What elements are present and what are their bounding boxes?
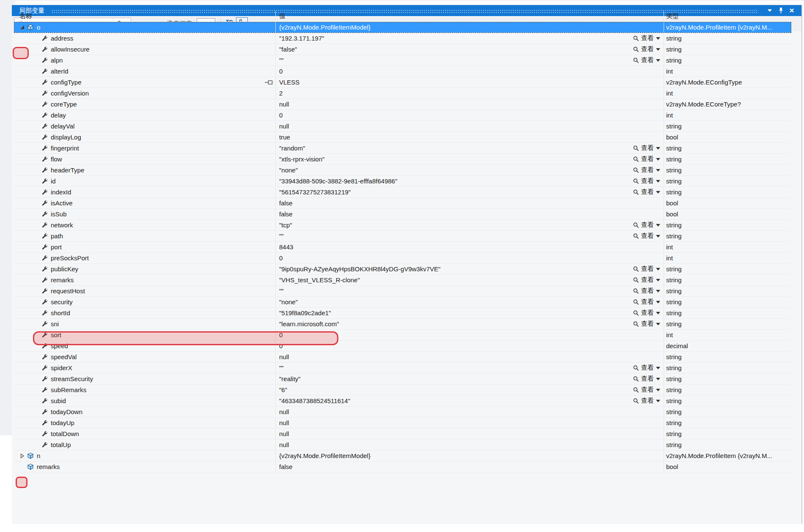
view-dropdown-caret-icon bbox=[656, 191, 660, 194]
table-row[interactable]: subid"4633487388524511614"查看string bbox=[14, 396, 791, 407]
table-row[interactable]: headerType"none"查看string bbox=[14, 165, 791, 176]
table-row[interactable]: allowInsecure"false"查看string bbox=[14, 44, 791, 55]
variable-name: todayUp bbox=[51, 419, 74, 426]
column-header-type[interactable]: 类型 bbox=[664, 11, 791, 22]
view-button[interactable]: 查看 bbox=[633, 386, 660, 394]
name-cell: preSocksPort bbox=[14, 253, 275, 263]
table-row[interactable]: fingerprint"random"查看string bbox=[14, 143, 791, 154]
table-row[interactable]: configTypeVLESSv2rayN.Mode.EConfigType bbox=[14, 77, 791, 88]
table-row[interactable]: speedValnullstring bbox=[14, 352, 791, 363]
property-wrench-icon bbox=[41, 90, 48, 96]
ide-left-gutter bbox=[0, 5, 12, 435]
view-button[interactable]: 查看 bbox=[633, 177, 660, 185]
view-button[interactable]: 查看 bbox=[633, 188, 660, 196]
view-button[interactable]: 查看 bbox=[633, 298, 660, 306]
table-row[interactable]: coreTypenullv2rayN.Mode.ECoreType? bbox=[14, 99, 791, 110]
view-button[interactable]: 查看 bbox=[633, 155, 660, 163]
variable-name: flow bbox=[51, 156, 62, 163]
view-button-label: 查看 bbox=[641, 188, 654, 196]
table-row[interactable]: totalDownnullstring bbox=[14, 428, 791, 439]
value-cell: "learn.microsoft.com"查看 bbox=[275, 319, 664, 329]
view-button[interactable]: 查看 bbox=[633, 34, 660, 42]
property-wrench-icon bbox=[41, 112, 48, 118]
table-row[interactable]: isActivefalsebool bbox=[14, 198, 791, 209]
variable-value: "9ip0spuRy-AZyeAqyHpsBOKXHR8l4yDG-gV9w3k… bbox=[279, 265, 633, 273]
name-cell: network bbox=[14, 220, 275, 230]
name-cell: remarks bbox=[14, 461, 275, 472]
view-button[interactable]: 查看 bbox=[633, 144, 660, 152]
table-row[interactable]: n{v2rayN.Mode.ProfileItemModel}v2rayN.Mo… bbox=[14, 450, 791, 461]
table-row[interactable]: flow"xtls-rprx-vision"查看string bbox=[14, 154, 791, 165]
type-cell: int bbox=[664, 66, 791, 76]
property-wrench-icon bbox=[41, 266, 48, 272]
table-row[interactable]: todayUpnullstring bbox=[14, 417, 791, 428]
view-dropdown-caret-icon bbox=[656, 389, 660, 391]
view-button[interactable]: 查看 bbox=[633, 276, 660, 284]
view-button[interactable]: 查看 bbox=[633, 221, 660, 229]
table-row[interactable]: publicKey"9ip0spuRy-AZyeAqyHpsBOKXHR8l4y… bbox=[14, 264, 791, 275]
view-button-label: 查看 bbox=[641, 375, 654, 383]
column-header-name[interactable]: 名称 bbox=[14, 12, 275, 20]
table-row[interactable]: sni"learn.microsoft.com"查看string bbox=[14, 319, 791, 330]
view-button[interactable]: 查看 bbox=[633, 265, 660, 273]
variable-value: "none" bbox=[279, 298, 633, 306]
variable-value: "reality" bbox=[279, 375, 633, 382]
table-row[interactable]: isSubfalsebool bbox=[14, 209, 791, 220]
view-button[interactable]: 查看 bbox=[633, 364, 660, 372]
column-header-value[interactable]: 值 bbox=[275, 11, 664, 22]
type-cell: bool bbox=[664, 198, 791, 208]
table-row[interactable]: alterId0int bbox=[14, 66, 791, 77]
collapse-expander-icon[interactable] bbox=[17, 25, 27, 29]
value-cell: null bbox=[275, 407, 664, 417]
variable-name: alpn bbox=[51, 57, 63, 64]
type-cell: string bbox=[664, 385, 791, 395]
table-row[interactable]: port8443int bbox=[14, 242, 791, 253]
variable-name: preSocksPort bbox=[51, 254, 89, 262]
value-cell: "4633487388524511614"查看 bbox=[275, 396, 664, 406]
view-button[interactable]: 查看 bbox=[633, 232, 660, 240]
table-row[interactable]: spiderX""查看string bbox=[14, 363, 791, 374]
table-row[interactable]: path""查看string bbox=[14, 231, 791, 242]
type-cell: decimal bbox=[664, 341, 791, 351]
view-button[interactable]: 查看 bbox=[633, 287, 660, 295]
table-row[interactable]: preSocksPort0int bbox=[14, 253, 791, 264]
view-button[interactable]: 查看 bbox=[633, 166, 660, 174]
expand-expander-icon[interactable] bbox=[17, 453, 27, 458]
name-cell: configType bbox=[14, 77, 275, 87]
table-row[interactable]: indexId"5615473275273831219"查看string bbox=[14, 187, 791, 198]
table-row[interactable]: remarksfalsebool bbox=[14, 461, 791, 472]
table-row[interactable]: shortId"519f8a09c2ade1"查看string bbox=[14, 308, 791, 319]
table-row[interactable]: configVersion2int bbox=[14, 88, 791, 99]
magnifier-icon bbox=[633, 266, 639, 272]
table-row[interactable]: requestHost""查看string bbox=[14, 286, 791, 297]
table-row[interactable]: alpn""查看string bbox=[14, 55, 791, 66]
magnifier-icon bbox=[633, 387, 639, 393]
table-row[interactable]: address"192.3.171.197"查看string bbox=[14, 33, 791, 44]
view-button[interactable]: 查看 bbox=[633, 45, 660, 53]
view-button[interactable]: 查看 bbox=[633, 397, 660, 405]
table-row[interactable]: displayLogtruebool bbox=[14, 132, 791, 143]
property-wrench-icon bbox=[41, 167, 48, 173]
view-button[interactable]: 查看 bbox=[633, 375, 660, 383]
table-row[interactable]: delayValnullstring bbox=[14, 121, 791, 132]
variable-name: alterId bbox=[51, 68, 69, 75]
view-button-label: 查看 bbox=[641, 56, 654, 64]
view-button-label: 查看 bbox=[641, 265, 654, 273]
table-row[interactable]: totalUpnullstring bbox=[14, 439, 791, 450]
view-button[interactable]: 查看 bbox=[633, 309, 660, 317]
table-row[interactable]: todayDownnullstring bbox=[14, 407, 791, 417]
pin-to-source-icon[interactable] bbox=[265, 80, 273, 85]
table-row[interactable]: network"tcp"查看string bbox=[14, 220, 791, 231]
variable-name: isSub bbox=[51, 210, 67, 218]
name-cell: publicKey bbox=[14, 264, 275, 274]
table-row[interactable]: security"none"查看string bbox=[14, 297, 791, 308]
view-button[interactable]: 查看 bbox=[633, 320, 660, 328]
table-row[interactable]: streamSecurity"reality"查看string bbox=[14, 374, 791, 385]
table-row[interactable]: subRemarks"6"查看string bbox=[14, 385, 791, 396]
view-button[interactable]: 查看 bbox=[633, 56, 660, 64]
table-row[interactable]: o{v2rayN.Mode.ProfileItemModel}v2rayN.Mo… bbox=[14, 22, 791, 33]
table-row[interactable]: delay0int bbox=[14, 110, 791, 121]
type-cell: int bbox=[664, 242, 791, 252]
table-row[interactable]: remarks"VHS_test_VLESS_R-clone"查看string bbox=[14, 275, 791, 286]
table-row[interactable]: id"33943d88-509c-3882-9e81-efffa8f64986"… bbox=[14, 176, 791, 187]
